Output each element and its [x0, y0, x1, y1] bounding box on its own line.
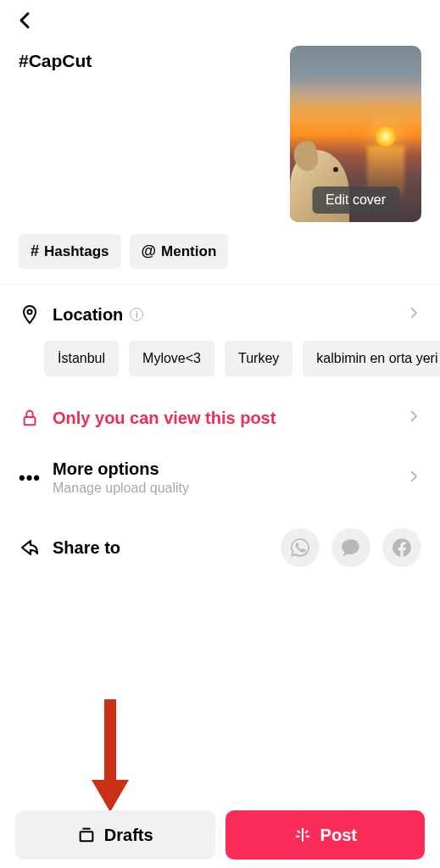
chevron-right-icon — [406, 407, 421, 429]
hashtag-icon: # — [31, 242, 39, 260]
hashtags-chip[interactable]: # Hashtags — [19, 234, 121, 269]
location-suggestion[interactable]: Turkey — [225, 341, 292, 376]
more-options-title: More options — [53, 459, 394, 479]
share-facebook-icon[interactable] — [382, 528, 421, 567]
svg-line-8 — [305, 831, 307, 832]
drafts-icon — [77, 826, 96, 844]
back-icon[interactable] — [15, 10, 36, 31]
more-options-subtitle: Manage upload quality — [53, 481, 394, 496]
location-suggestion[interactable]: kalbimin en orta yeri — [303, 341, 440, 376]
lock-icon — [19, 407, 41, 429]
mention-chip-label: Mention — [161, 243, 216, 260]
more-icon: ••• — [19, 467, 41, 489]
chevron-right-icon — [406, 467, 421, 489]
post-button[interactable]: Post — [226, 810, 426, 860]
location-row[interactable]: Location i — [0, 288, 440, 341]
drafts-button-label: Drafts — [104, 826, 153, 845]
hashtags-chip-label: Hashtags — [44, 243, 109, 260]
edit-cover-button[interactable]: Edit cover — [312, 186, 399, 214]
drafts-button[interactable]: Drafts — [15, 810, 215, 860]
cover-preview[interactable]: Edit cover — [290, 46, 421, 222]
post-icon — [293, 826, 312, 844]
location-suggestion[interactable]: İstanbul — [44, 341, 119, 376]
svg-rect-4 — [81, 832, 93, 841]
privacy-title: Only you can view this post — [53, 409, 394, 428]
privacy-row[interactable]: Only you can view this post — [0, 392, 440, 444]
share-icon — [19, 537, 41, 559]
info-icon: i — [130, 308, 143, 321]
caption-input[interactable]: #CapCut — [19, 46, 276, 225]
svg-marker-3 — [92, 780, 129, 812]
more-options-row[interactable]: ••• More options Manage upload quality — [0, 444, 440, 511]
share-comment-icon[interactable] — [331, 528, 370, 567]
mention-chip[interactable]: @ Mention — [130, 234, 229, 269]
share-whatsapp-icon[interactable] — [281, 528, 320, 567]
location-title: Location — [53, 305, 123, 325]
post-button-label: Post — [320, 826, 357, 845]
svg-point-0 — [28, 310, 32, 314]
location-icon — [19, 303, 41, 326]
annotation-arrow — [85, 695, 136, 814]
location-suggestion[interactable]: Mylove<3 — [129, 341, 214, 376]
share-to-title: Share to — [53, 538, 269, 558]
chevron-right-icon — [406, 303, 421, 326]
svg-line-7 — [298, 831, 299, 832]
mention-icon: @ — [142, 242, 157, 260]
svg-rect-1 — [25, 417, 36, 425]
